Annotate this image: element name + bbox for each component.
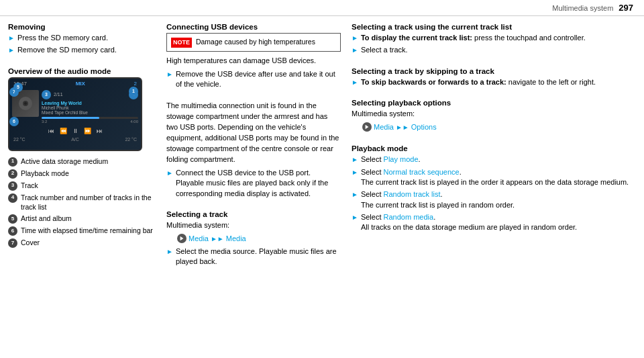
arrow-icon: ► xyxy=(352,34,358,43)
num-badge-1: 1 xyxy=(8,157,17,167)
num-badge-4: 4 xyxy=(8,193,17,203)
multimedia-label-2: Multimedia system: xyxy=(352,109,636,120)
list-item: 3 Track xyxy=(8,181,156,191)
num-label-6: 6 xyxy=(9,117,19,126)
note-body: High temperatures can damage USB devices… xyxy=(166,56,341,66)
item-text: To display the current track list: press… xyxy=(361,33,586,43)
playback-mode-title: Playback mode xyxy=(352,144,636,152)
display-num: 2 xyxy=(134,81,137,87)
item-text: Press the SD memory card. xyxy=(17,33,108,43)
display-footer: 22 °C A/C 22 °C xyxy=(9,136,141,143)
note-label: NOTE xyxy=(171,38,192,48)
list-item: 2 Playback mode xyxy=(8,169,156,179)
item-text: Select Random media.All tracks on the da… xyxy=(361,212,577,233)
bold-text: To skip backwards or forwards to a track… xyxy=(361,78,506,86)
num-badge-2: 2 xyxy=(8,169,17,179)
playback-mode-section: Playback mode ► Select Play mode. ► Sele… xyxy=(352,144,636,235)
list-item: ► Select Normal track sequence.The curre… xyxy=(352,167,636,188)
removing-section: Removing ► Press the SD memory card. ► R… xyxy=(8,23,156,58)
prev-icon: ⏮ xyxy=(48,128,54,134)
bold-text: To display the current track list: xyxy=(361,34,472,42)
display-main: 7 6 3 2/11 4 Leaving My World Mich xyxy=(9,89,141,125)
audio-mode-section: Overview of the audio mode 10:47 MIX 2 xyxy=(8,67,156,250)
track-name: Leaving My World xyxy=(42,101,138,105)
list-item: 5 Artist and album xyxy=(8,214,156,224)
rew-icon: ⏪ xyxy=(60,128,67,134)
arrow-icon: ► xyxy=(352,78,358,87)
display-mode: MIX xyxy=(76,81,85,87)
random-track-link: Random track list xyxy=(384,190,441,198)
temp-right: 22 °C xyxy=(125,137,137,142)
display-inner: 10:47 MIX 2 7 6 xyxy=(9,79,141,150)
next-icon: ⏭ xyxy=(97,128,103,134)
breadcrumb-item-1: Media xyxy=(189,234,209,242)
page-header: Multimedia system 297 xyxy=(0,0,644,16)
breadcrumb-arrow: ►► xyxy=(211,235,224,242)
list-item: ► Connect the USB device to the USB port… xyxy=(166,168,341,199)
num-label-1: 1 xyxy=(129,87,138,96)
item-text: To skip backwards or forwards to a track… xyxy=(361,77,596,87)
list-item: ► Press the SD memory card. xyxy=(8,33,156,43)
skip-track-section: Selecting a track by skipping to a track… xyxy=(352,67,636,89)
num-label-5: 5 xyxy=(13,83,23,92)
breadcrumb-icon-2 xyxy=(362,122,372,132)
multimedia-label: Multimedia system: xyxy=(166,220,341,231)
arrow-icon: ► xyxy=(352,155,358,165)
note-text: Damage caused by high temperatures xyxy=(196,38,315,46)
audio-mode-title: Overview of the audio mode xyxy=(8,67,156,75)
usb-title: Connecting USB devices xyxy=(166,23,341,31)
list-item: ► Select Random media.All tracks on the … xyxy=(352,212,636,233)
item-text: Remove the USB device after use and take… xyxy=(176,69,341,90)
list-item: 1 Active data storage medium xyxy=(8,156,156,167)
list-item: 7 Cover xyxy=(8,238,156,248)
item-text: Track number and number of tracks in the… xyxy=(21,193,156,212)
breadcrumb-item-2: Media xyxy=(226,234,246,242)
num-badge-6: 6 xyxy=(8,226,17,236)
item-text: Track xyxy=(21,181,38,190)
item-text: Select Play mode. xyxy=(361,154,421,165)
track-nums: 2/11 xyxy=(54,92,129,97)
list-item: 6 Time with elapsed time/time remaining … xyxy=(8,226,156,236)
list-item: ► Select Random track list.The current t… xyxy=(352,189,636,210)
list-item: ► Select the media source. Playable musi… xyxy=(166,247,341,267)
num-badge-5: 5 xyxy=(8,214,17,224)
breadcrumb-2: Media ►► Options xyxy=(362,122,636,132)
source-label: A/C xyxy=(71,137,79,142)
arrow-icon: ► xyxy=(166,70,173,79)
selecting-track-title: Selecting a track xyxy=(166,210,341,218)
list-item: ► To skip backwards or forwards to a tra… xyxy=(352,77,636,87)
play-mode-link: Play mode xyxy=(384,155,419,163)
elapsed-time: 3:2 xyxy=(42,120,47,124)
album-name: Mixed Tape Orchid Blue xyxy=(42,110,138,115)
item-text: Select Random track list.The current tra… xyxy=(361,189,515,210)
item-text: Artist and album xyxy=(21,214,72,223)
section-title: Multimedia system xyxy=(552,4,613,12)
list-item: ► Select a track. xyxy=(352,45,636,55)
num-badge-7: 7 xyxy=(8,238,17,248)
progress-bar xyxy=(42,117,138,119)
usb-section: Connecting USB devices NOTE Damage cause… xyxy=(166,23,341,91)
page: Multimedia system 297 Removing ► Press t… xyxy=(0,0,644,358)
cover-container: 7 6 xyxy=(12,90,39,124)
item-text: Cover xyxy=(21,238,40,247)
item-text: Select a track. xyxy=(361,45,408,55)
playback-options-title: Selecting playback options xyxy=(352,99,636,107)
current-track-title: Selecting a track using the current trac… xyxy=(352,23,636,31)
display-header: 10:47 MIX 2 xyxy=(9,79,141,89)
item-text: Select Normal track sequence.The current… xyxy=(361,167,629,188)
car-display: 10:47 MIX 2 7 6 xyxy=(8,77,142,151)
list-item: ► Select Play mode. xyxy=(352,154,636,165)
random-media-link: Random media xyxy=(384,213,434,221)
skip-track-title: Selecting a track by skipping to a track xyxy=(352,67,636,75)
arrow-icon: ► xyxy=(352,190,358,199)
breadcrumb-item-media: Media xyxy=(374,123,394,131)
removing-title: Removing xyxy=(8,23,156,31)
list-item: 4 Track number and number of tracks in t… xyxy=(8,193,156,212)
arrow-icon: ► xyxy=(352,46,358,55)
ff-icon: ⏩ xyxy=(84,128,91,134)
progress-fill xyxy=(42,117,99,119)
right-column: Selecting a track using the current trac… xyxy=(352,23,636,351)
num-badge-3: 3 xyxy=(8,181,17,191)
svg-marker-4 xyxy=(366,125,369,129)
arrow-icon: ► xyxy=(166,247,173,257)
